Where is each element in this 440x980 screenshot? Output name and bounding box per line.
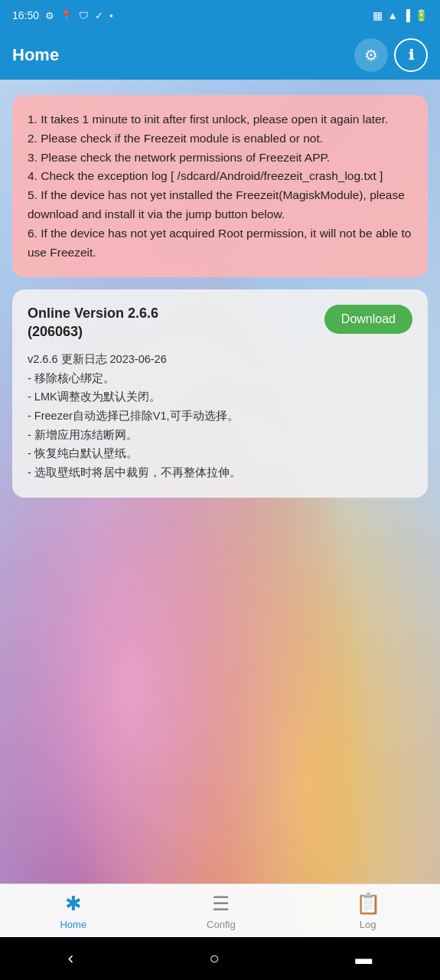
nav-item-log[interactable]: 📋 Log (341, 886, 396, 936)
log-nav-icon: 📋 (356, 892, 380, 916)
dot-status-icon: ● (109, 12, 113, 19)
nav-item-home[interactable]: ✱ Home (44, 886, 102, 936)
status-bar: 16:50 ⚙ 📍 🛡 ✓ ● ▦ ▲ ▐ 🔋 (0, 0, 440, 31)
status-right: ▦ ▲ ▐ 🔋 (373, 9, 428, 21)
main-content: 1. It takes 1 minute to init after first… (0, 80, 440, 513)
notice-card: 1. It takes 1 minute to init after first… (12, 95, 428, 277)
app-title: Home (12, 45, 59, 65)
download-button[interactable]: Download (324, 305, 412, 334)
settings-button[interactable]: ⚙ (354, 38, 388, 72)
log-nav-label: Log (360, 919, 376, 930)
version-card: Online Version 2.6.6 (206063) Download v… (12, 289, 428, 497)
vpn-status-icon: 🛡 (79, 10, 89, 21)
config-nav-icon: ☰ (212, 892, 230, 916)
status-left: 16:50 ⚙ 📍 🛡 ✓ ● (12, 9, 113, 21)
config-nav-label: Config (207, 919, 236, 930)
notice-text: 1. It takes 1 minute to init after first… (28, 113, 411, 259)
gear-status-icon: ⚙ (45, 10, 54, 21)
home-button[interactable]: ○ (194, 942, 235, 975)
app-bar: Home ⚙ ℹ (0, 31, 440, 80)
check-status-icon: ✓ (95, 10, 103, 21)
system-nav-bar: ‹ ○ ▬ (0, 937, 440, 980)
app-bar-actions: ⚙ ℹ (354, 38, 428, 72)
wifi-icon: ▲ (387, 9, 398, 21)
battery-icon: 🔋 (415, 9, 428, 21)
nav-item-config[interactable]: ☰ Config (191, 886, 251, 936)
back-button[interactable]: ‹ (53, 942, 89, 975)
recents-button[interactable]: ▬ (340, 942, 387, 975)
version-title: Online Version 2.6.6 (206063) (28, 305, 158, 341)
signal-icon: ▐ (403, 9, 410, 21)
status-time: 16:50 (12, 9, 39, 21)
version-header: Online Version 2.6.6 (206063) Download (28, 305, 412, 341)
sim-icon: ▦ (373, 9, 383, 21)
bottom-nav: ✱ Home ☰ Config 📋 Log (0, 884, 440, 937)
home-nav-icon: ✱ (65, 892, 82, 916)
home-nav-label: Home (60, 919, 86, 930)
version-title-block: Online Version 2.6.6 (206063) (28, 305, 158, 341)
version-changelog: v2.6.6 更新日志 2023-06-26 - 移除核心绑定。 - LMK调整… (28, 350, 412, 482)
location-status-icon: 📍 (60, 10, 73, 21)
info-button[interactable]: ℹ (394, 38, 428, 72)
